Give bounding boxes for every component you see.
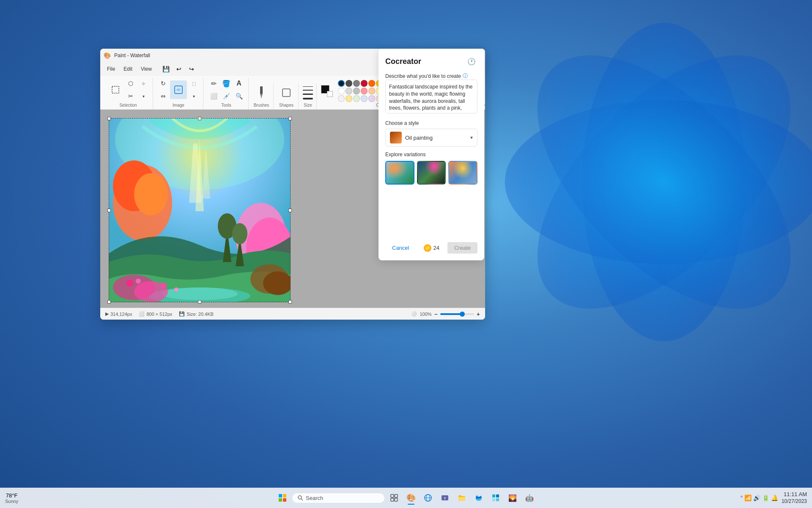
paint-taskbar-icon[interactable]: 🎨 <box>403 490 419 505</box>
shapes-main-btn[interactable] <box>278 83 295 102</box>
color-peach[interactable] <box>368 88 375 94</box>
color-iceblue[interactable] <box>361 95 368 102</box>
credits-icon: ✨ <box>424 244 431 252</box>
window-title: Paint - Waterfall <box>114 52 418 58</box>
text-btn[interactable]: A <box>233 77 245 89</box>
undo-button[interactable]: ↩ <box>173 63 185 75</box>
svg-rect-50 <box>395 498 398 501</box>
color-white[interactable] <box>338 88 345 94</box>
svg-point-30 <box>162 287 238 300</box>
task-view-button[interactable] <box>387 490 402 505</box>
win11-bloom <box>482 0 812 364</box>
style-name-text: Oil painting <box>405 135 467 141</box>
extra-taskbar-icon[interactable]: 🤖 <box>522 490 537 505</box>
fill-btn[interactable]: 🪣 <box>220 77 232 89</box>
variations-label: Explore variations <box>385 152 477 157</box>
color-mgray[interactable] <box>353 88 360 94</box>
zoom-slider[interactable] <box>440 313 474 315</box>
volume-icon[interactable]: 🔊 <box>753 494 760 501</box>
variation-3[interactable] <box>448 161 477 185</box>
magic-select-btn[interactable] <box>170 80 187 99</box>
style-thumbnail <box>390 132 402 144</box>
clock-date: 10/27/2023 <box>782 498 807 505</box>
color-lgray[interactable] <box>346 88 352 94</box>
canvas-image[interactable] <box>109 118 291 302</box>
cancel-button[interactable]: Cancel <box>385 242 416 254</box>
style-dropdown[interactable]: Oil painting ▾ <box>385 129 477 146</box>
weather-widget[interactable]: 78°F Sunny <box>5 492 18 504</box>
save-button[interactable]: 💾 <box>160 63 172 75</box>
resize-btn[interactable]: ⬚ <box>188 77 200 89</box>
menu-view[interactable]: View <box>137 64 155 74</box>
search-bar[interactable]: Search <box>292 493 385 503</box>
create-button[interactable]: Create <box>447 242 477 254</box>
size-label: Size <box>304 103 312 108</box>
canvas-wrapper <box>109 118 291 302</box>
eraser-btn[interactable]: ⬜ <box>208 90 219 102</box>
edge-icon <box>475 494 483 502</box>
canvas-icon: ⬜ <box>139 311 145 317</box>
menu-file[interactable]: File <box>104 64 118 74</box>
menu-edit[interactable]: Edit <box>120 64 136 74</box>
color-lavender[interactable] <box>368 95 375 102</box>
rotate-btn[interactable]: ↻ <box>157 77 169 89</box>
variation-1[interactable] <box>385 161 414 185</box>
network-icon[interactable]: 📶 <box>744 494 752 501</box>
color-mintcream[interactable] <box>353 95 360 102</box>
browser-taskbar-icon[interactable] <box>420 490 436 505</box>
svg-rect-11 <box>283 89 290 97</box>
color-gray[interactable] <box>353 80 360 87</box>
battery-icon[interactable]: 🔋 <box>762 494 769 501</box>
svg-rect-41 <box>279 494 282 497</box>
svg-rect-58 <box>492 498 495 501</box>
folder-icon <box>458 494 466 502</box>
zoom-out-button[interactable]: − <box>434 311 438 318</box>
photo-taskbar-icon[interactable]: 🌄 <box>505 490 520 505</box>
brush-main-btn[interactable] <box>253 83 270 102</box>
credits-count: 24 <box>433 245 439 251</box>
select-option-btn1[interactable]: ⊹ <box>137 77 149 89</box>
eyedropper-btn[interactable]: 💉 <box>220 90 232 102</box>
start-button[interactable] <box>275 490 290 505</box>
arrow-tray-icon[interactable]: ^ <box>741 495 743 500</box>
time-date-widget[interactable]: 11:11 AM 10/27/2023 <box>782 491 807 505</box>
background-color[interactable] <box>327 91 333 97</box>
notification-tray-icon[interactable]: 🔔 <box>771 494 778 501</box>
redo-button[interactable]: ↪ <box>186 63 198 75</box>
taskbar: 78°F Sunny Search <box>0 488 812 508</box>
edge-taskbar-icon[interactable] <box>471 490 486 505</box>
flip-btn[interactable]: ⇔ <box>157 90 169 102</box>
zoom-thumb[interactable] <box>460 312 465 317</box>
store-taskbar-icon[interactable] <box>488 490 503 505</box>
free-select-button[interactable]: ⬡ <box>125 77 137 89</box>
color-cream[interactable] <box>346 95 352 102</box>
color-black[interactable] <box>338 80 345 87</box>
pencil-btn[interactable]: ✏ <box>208 77 219 89</box>
select-option-btn2[interactable]: ▾ <box>137 90 149 102</box>
color-orange[interactable] <box>368 80 375 87</box>
zoom-in-button[interactable]: + <box>477 311 480 318</box>
explorer-taskbar-icon[interactable] <box>454 490 469 505</box>
color-red[interactable] <box>361 80 368 87</box>
svg-point-40 <box>174 287 178 292</box>
variation-2[interactable] <box>417 161 446 185</box>
svg-point-26 <box>134 173 168 215</box>
teams-taskbar-icon[interactable]: T <box>437 490 453 505</box>
svg-rect-10 <box>260 86 263 94</box>
image-opt-btn[interactable]: ▾ <box>188 90 200 102</box>
prompt-textarea[interactable] <box>385 80 477 113</box>
svg-rect-42 <box>283 494 286 497</box>
cocreator-header: Cocreator 🕐 <box>385 55 477 67</box>
crop-button[interactable]: ✂ <box>125 90 137 102</box>
color-offwhite[interactable] <box>338 95 345 102</box>
select-all-button[interactable] <box>107 80 124 99</box>
photo-icon: 🌄 <box>508 494 517 502</box>
taskbar-left: 78°F Sunny <box>5 492 22 504</box>
color-lred[interactable] <box>361 88 368 94</box>
history-button[interactable]: 🕐 <box>466 55 477 67</box>
zoom-btn[interactable]: 🔍 <box>233 90 245 102</box>
filesize-value: Size: 20.4KB <box>187 312 214 317</box>
color-dgray[interactable] <box>346 80 352 87</box>
copilot-icon: 🤖 <box>525 494 534 502</box>
ribbon-group-size: Size <box>299 84 317 109</box>
